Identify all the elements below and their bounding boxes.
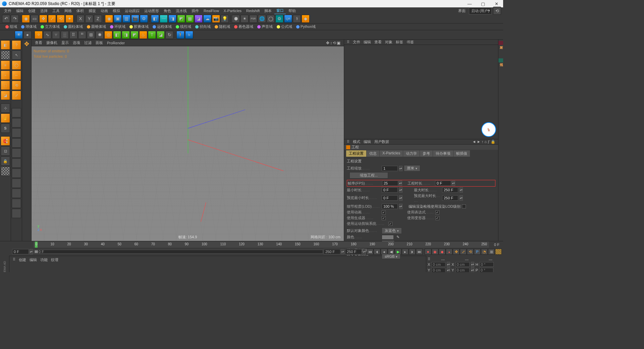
menu-mesh[interactable]: 网格: [62, 8, 74, 14]
p-rot[interactable]: 0 °: [479, 268, 493, 272]
field-sound[interactable]: 声音域: [256, 24, 274, 29]
viewport-solo-icon[interactable]: S: [1, 123, 10, 133]
defcolor-select[interactable]: 灰蓝色: [382, 228, 402, 234]
polygon-mode-icon[interactable]: ◪: [1, 91, 10, 100]
object-manager-tree[interactable]: 🦌: [344, 45, 498, 139]
fps-spin[interactable]: ▴▾: [399, 181, 402, 186]
tab-info[interactable]: 信息: [367, 150, 379, 157]
end-spin[interactable]: ▴▾: [341, 249, 344, 254]
xp-cube3-icon[interactable]: ◩: [130, 31, 139, 39]
dots-icon[interactable]: ⠿: [347, 40, 350, 44]
crosshair-icon[interactable]: ✥: [23, 40, 30, 48]
generator-icon[interactable]: ◨: [168, 15, 176, 23]
menu-help[interactable]: 帮助: [286, 8, 298, 14]
attr-fwd-icon[interactable]: ►: [477, 140, 481, 144]
key-opt2-icon[interactable]: ⤢: [460, 249, 467, 255]
xp-globe-icon[interactable]: 🌐: [258, 15, 266, 23]
render-picture-icon[interactable]: 🎬: [131, 15, 139, 23]
viewport[interactable]: Number of emitters: 0 Total live particl…: [32, 46, 344, 241]
field-remote[interactable]: 远程体域: [151, 24, 173, 29]
xp-spark-icon[interactable]: ✧: [35, 31, 43, 39]
menu-plugins[interactable]: 插件: [190, 8, 201, 14]
minlen-field[interactable]: 0 F: [382, 187, 398, 193]
yps[interactable]: ▴▾: [447, 267, 450, 272]
workplane-icon[interactable]: ≡: [1, 60, 10, 70]
xp-text-icon[interactable]: T: [148, 31, 156, 39]
xp-fx-icon[interactable]: fx: [185, 31, 193, 39]
coord-dots-icon[interactable]: ⠿: [428, 257, 430, 261]
view-menu-prorender[interactable]: ProRender: [107, 41, 125, 45]
scale2-icon[interactable]: ⤢: [12, 91, 21, 100]
xp-spray-icon[interactable]: ░: [61, 31, 69, 39]
mat-texture[interactable]: 纹理: [51, 257, 58, 262]
film-icon[interactable]: [495, 249, 502, 255]
axis-y-icon[interactable]: Y: [85, 15, 93, 23]
projlen-field[interactable]: 0 F: [435, 181, 451, 186]
autokey-icon[interactable]: ◉: [432, 249, 438, 255]
lasso-icon[interactable]: ◯: [12, 60, 21, 70]
goto-start-icon[interactable]: ⏮: [367, 249, 373, 255]
minlen-spin[interactable]: ▴▾: [399, 187, 402, 193]
edge-mode-icon[interactable]: ⬚: [1, 81, 10, 90]
minimize-button[interactable]: —: [463, 0, 476, 7]
attr-fn-icon[interactable]: ƒ: [488, 140, 490, 144]
field-group[interactable]: 组域: [4, 24, 18, 29]
menu-volume[interactable]: 体积: [74, 8, 86, 14]
keyframe-icon[interactable]: ◆: [439, 249, 445, 255]
xp-eye-icon[interactable]: 👁: [15, 31, 23, 39]
lod-check[interactable]: [462, 204, 466, 208]
menu-character[interactable]: 角色: [162, 8, 173, 14]
om-edit[interactable]: 编辑: [364, 40, 371, 45]
dim10-icon[interactable]: [12, 199, 21, 208]
menu-realflow[interactable]: RealFlow: [202, 8, 221, 13]
checker-icon[interactable]: [1, 166, 10, 176]
layout-select[interactable]: 启动 (用户): [469, 7, 492, 14]
view-nav3-icon[interactable]: ⟲: [333, 41, 336, 45]
timeline-ruler[interactable]: 0102030405060708090100110120130140150160…: [34, 242, 489, 248]
side-tab-2[interactable]: 属性: [498, 58, 503, 62]
mat-create[interactable]: 创建: [19, 257, 26, 262]
xp-cube2-icon[interactable]: ◨: [122, 31, 130, 39]
eyedropper-icon[interactable]: ✎: [396, 235, 399, 239]
xp-dot1-icon[interactable]: ●: [23, 31, 32, 39]
field-cylinder[interactable]: 圆柱体域: [62, 24, 84, 29]
attr-edit[interactable]: 编辑: [364, 139, 371, 144]
close-button[interactable]: ✕: [490, 0, 503, 7]
range-slider[interactable]: 0 F: [34, 250, 323, 254]
field-cone[interactable]: 圆锥体域: [86, 24, 107, 29]
model-mode-icon[interactable]: ◧: [1, 40, 10, 50]
yss[interactable]: ▴▾: [471, 267, 474, 272]
xp-emitter-icon[interactable]: ✴: [240, 15, 249, 23]
select-live-icon[interactable]: ◉: [22, 15, 30, 23]
light-icon[interactable]: 💡: [221, 15, 229, 23]
rotate2-icon[interactable]: ⟲: [12, 81, 21, 90]
view-menu-camera[interactable]: 摄像机: [46, 40, 57, 45]
mat-dots-icon[interactable]: ⠿: [13, 257, 15, 262]
texture-mode-icon[interactable]: [1, 50, 10, 60]
menu-redshift[interactable]: Redshift: [244, 8, 262, 13]
view-nav4-icon[interactable]: ▣: [337, 41, 340, 45]
usegen-check[interactable]: [382, 216, 386, 220]
goto-end-icon[interactable]: ⏭: [416, 249, 423, 255]
fps-field[interactable]: 25: [382, 181, 398, 186]
menu-create[interactable]: 创建: [26, 8, 38, 14]
lod-spin[interactable]: ▴▾: [399, 204, 402, 209]
end-frame-field[interactable]: 250 F: [324, 249, 340, 254]
field-cube[interactable]: 立方体域: [39, 24, 61, 29]
menu-snap[interactable]: 捕捉: [87, 8, 98, 14]
spline-icon[interactable]: 〰: [160, 15, 168, 23]
key-opt3-icon[interactable]: ⟲: [467, 249, 474, 255]
render-view-icon[interactable]: ▣: [114, 15, 122, 23]
x-pos[interactable]: 0 cm: [431, 262, 445, 267]
xp-grid-icon[interactable]: ⊞: [87, 31, 95, 39]
om-file[interactable]: 文件: [353, 40, 360, 45]
attr-home-icon[interactable]: ⌂: [484, 140, 487, 144]
redo-icon[interactable]: ↷: [11, 15, 19, 23]
attr-userdata[interactable]: 用户数据: [374, 139, 389, 144]
move2-icon[interactable]: ↔: [12, 70, 21, 80]
om-bookmarks[interactable]: 书签: [407, 40, 414, 45]
projlen-spin[interactable]: ▴▾: [452, 181, 455, 186]
field-random[interactable]: 随机域: [213, 24, 231, 29]
lod-field[interactable]: 100 %: [382, 204, 398, 209]
xps[interactable]: ▴▾: [447, 262, 450, 267]
